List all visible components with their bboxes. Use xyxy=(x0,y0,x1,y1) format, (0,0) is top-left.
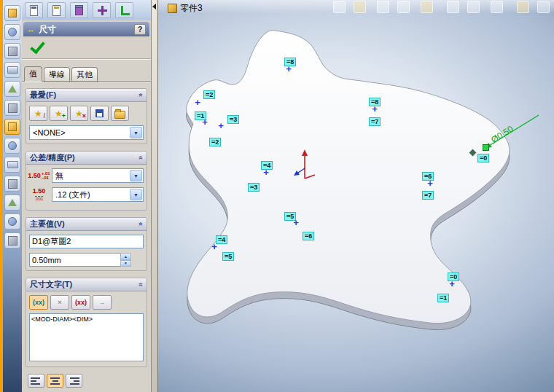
favorite-apply-default-button[interactable]: ★/ xyxy=(29,106,47,121)
graphics-viewport[interactable]: 零件3 xyxy=(158,0,554,392)
collapse-chevron-icon: » xyxy=(137,283,145,287)
favorites-combo-value: <NONE> xyxy=(33,128,66,137)
star-icon: ★ xyxy=(34,109,42,118)
group-dimension-text-header[interactable]: 尺寸文字(T) » xyxy=(26,278,147,291)
favorites-combo[interactable]: <NONE> ▼ xyxy=(29,125,144,140)
delete-icon: × xyxy=(82,113,86,119)
entities-button[interactable] xyxy=(70,2,88,18)
justify-buttons xyxy=(22,371,151,392)
left-toolbar-button-13[interactable] xyxy=(4,232,20,248)
tolerance-type-icon: 1.50 +.01 -.01 xyxy=(29,171,49,180)
sketch-point-marker[interactable]: + xyxy=(263,169,269,176)
group-tolerance: 公差/精度(P) » 1.50 +.01 -.01 無 xyxy=(26,151,147,211)
left-toolbar-button-9[interactable] xyxy=(4,157,20,173)
sketch-icon xyxy=(52,5,61,16)
combo-arrow-icon[interactable]: ▼ xyxy=(130,189,142,200)
sketch-point-marker[interactable]: + xyxy=(195,99,200,106)
remove-text-button[interactable]: × xyxy=(50,295,69,310)
dimension-name-field[interactable] xyxy=(29,235,144,248)
left-toolbar-button-12[interactable] xyxy=(4,213,20,230)
favorite-load-button[interactable] xyxy=(111,106,129,121)
spin-down-button[interactable]: ▼ xyxy=(120,260,131,267)
feature-icon xyxy=(8,85,17,93)
panel-splitter[interactable] xyxy=(152,0,158,392)
left-toolbar-button-3[interactable] xyxy=(4,43,20,59)
sketch-button[interactable] xyxy=(47,2,66,18)
sketch-point-marker[interactable]: + xyxy=(218,122,224,130)
favorite-save-button[interactable] xyxy=(90,106,109,121)
dual-parentheses-button[interactable]: (xx) xyxy=(71,295,90,310)
tab-value[interactable]: 值 xyxy=(24,66,42,82)
dimension-attach-handle[interactable] xyxy=(483,144,489,151)
left-toolbar-button-2[interactable] xyxy=(4,24,20,40)
justify-left-button[interactable] xyxy=(28,374,44,388)
group-favorites: 最愛(F) » ★/ ★+ ★× <NONE> ▼ xyxy=(26,88,147,144)
move-button[interactable] xyxy=(93,2,111,18)
sketch-point-label[interactable]: =5 xyxy=(222,252,234,261)
panel-title: 尺寸 xyxy=(39,23,56,36)
sketch-point-label[interactable]: =1 xyxy=(437,294,449,302)
sketch-point-label[interactable]: =3 xyxy=(248,183,260,192)
collapse-chevron-icon: » xyxy=(137,156,145,160)
feature-icon xyxy=(8,9,17,17)
sketch-point-marker[interactable]: + xyxy=(372,106,378,113)
ok-button[interactable] xyxy=(28,39,47,56)
justify-center-button[interactable] xyxy=(47,374,63,388)
sketch-point-marker[interactable]: + xyxy=(202,119,208,126)
left-toolbar-button-10[interactable] xyxy=(4,176,20,192)
model-top-face[interactable] xyxy=(187,31,510,324)
sketch-point-label[interactable]: =4 xyxy=(216,235,227,244)
favorite-add-button[interactable]: ★+ xyxy=(50,106,68,121)
axes-button[interactable] xyxy=(115,2,133,18)
precision-combo[interactable]: .12 (文件) ▼ xyxy=(52,187,144,202)
tab-leaders[interactable]: 導線 xyxy=(44,67,70,82)
model-face[interactable] xyxy=(158,0,554,392)
feature-icon xyxy=(8,179,17,189)
tolerance-type-combo[interactable]: 無 ▼ xyxy=(52,168,144,183)
sketch-point-label[interactable]: =2 xyxy=(209,138,221,146)
move-crosshair-icon xyxy=(98,6,106,15)
dimension-value-spinner: ▲ ▼ xyxy=(29,253,131,267)
sketch-point-marker[interactable]: + xyxy=(211,243,217,251)
left-toolbar-button-1[interactable] xyxy=(4,5,20,21)
favorite-delete-button[interactable]: ★× xyxy=(70,106,88,121)
feature-icon xyxy=(8,199,17,206)
parentheses-button[interactable]: (xx) xyxy=(29,295,48,310)
combo-arrow-icon[interactable]: ▼ xyxy=(130,127,142,138)
combo-arrow-icon[interactable]: ▼ xyxy=(130,170,142,181)
dimension-text-buttons: (xx) × (xx) → xyxy=(29,295,144,310)
favorites-buttons: ★/ ★+ ★× xyxy=(29,106,144,121)
left-toolbar-button-5[interactable] xyxy=(4,81,20,97)
leader-arrow-button[interactable]: → xyxy=(93,295,112,310)
group-primary-value-header[interactable]: 主要值(V) » xyxy=(26,218,147,231)
precision-icon-sub: .001 xyxy=(35,196,44,201)
panel-title-bar: ↔ 尺寸 ? xyxy=(23,22,149,36)
sketch-point-marker[interactable]: + xyxy=(286,66,292,73)
document-button[interactable] xyxy=(25,2,43,18)
tab-other[interactable]: 其他 xyxy=(71,67,98,82)
save-disk-icon xyxy=(95,109,104,117)
sketch-point-label[interactable]: =0 xyxy=(477,154,489,162)
sketch-point-marker[interactable]: + xyxy=(449,281,455,288)
group-tolerance-header[interactable]: 公差/精度(P) » xyxy=(26,152,147,165)
left-toolbar-button-8[interactable] xyxy=(4,138,20,154)
sketch-point-label[interactable]: =7 xyxy=(369,117,381,126)
help-button[interactable]: ? xyxy=(134,24,146,35)
group-favorites-header[interactable]: 最愛(F) » xyxy=(26,89,147,102)
dimension-value-field[interactable] xyxy=(29,253,120,267)
sketch-point-label[interactable]: =3 xyxy=(227,115,239,124)
left-toolbar-button-7[interactable] xyxy=(4,119,20,135)
left-toolbar-button-6[interactable] xyxy=(4,100,20,116)
feature-icon xyxy=(8,236,17,246)
sketch-point-label[interactable]: =6 xyxy=(303,232,314,240)
dimension-text-area[interactable]: <MOD-DIAM><DIM> xyxy=(29,313,144,361)
justify-right-button[interactable] xyxy=(66,374,82,388)
left-toolbar-button-4[interactable] xyxy=(4,62,20,78)
property-manager-panel: ↔ 尺寸 ? 值 導線 其他 最愛(F) » ★/ ★+ xyxy=(22,0,152,392)
left-toolbar-button-11[interactable] xyxy=(4,195,20,211)
sketch-point-marker[interactable]: + xyxy=(293,219,299,227)
spin-up-button[interactable]: ▲ xyxy=(120,253,131,260)
sketch-point-label[interactable]: =2 xyxy=(203,90,215,99)
sketch-point-marker[interactable]: + xyxy=(427,180,433,187)
sketch-point-label[interactable]: =7 xyxy=(422,191,434,200)
